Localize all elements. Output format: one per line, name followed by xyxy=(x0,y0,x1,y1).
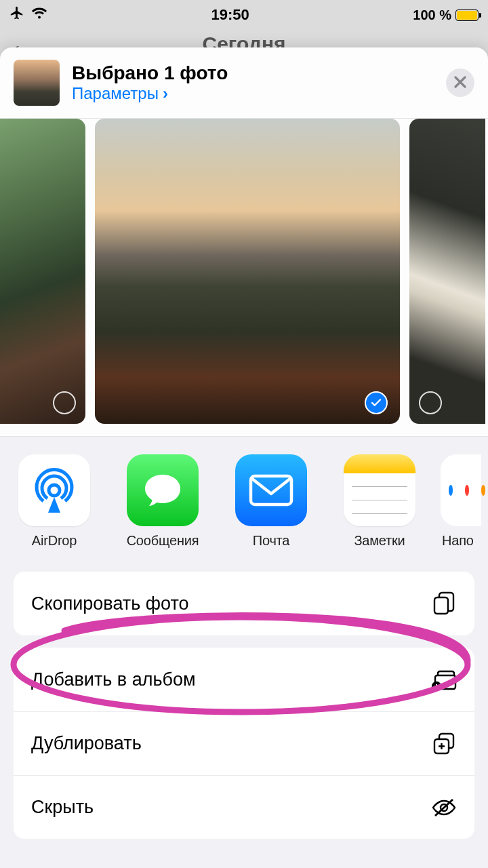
options-link-label: Параметры xyxy=(72,84,159,103)
svg-rect-2 xyxy=(434,597,448,614)
checkmark-icon xyxy=(370,397,382,409)
photo-thumb[interactable] xyxy=(0,119,85,424)
action-list: Скопировать фото Добавить в альбом Дубли… xyxy=(0,559,488,839)
share-target-label: AirDrop xyxy=(32,533,77,549)
battery-percent: 100 % xyxy=(413,7,451,23)
share-sheet-header: Выбрано 1 фото Параметры › xyxy=(0,47,488,119)
airdrop-icon xyxy=(18,454,90,526)
duplicate-icon xyxy=(431,731,457,757)
reminders-icon xyxy=(441,454,481,526)
share-sheet: Выбрано 1 фото Параметры › xyxy=(0,47,488,868)
copy-icon xyxy=(431,591,457,616)
album-add-icon xyxy=(431,667,457,692)
action-duplicate[interactable]: Дублировать xyxy=(14,711,474,775)
share-target-label: Сообщения xyxy=(127,533,199,549)
share-targets-row[interactable]: AirDrop Сообщения Почта Заметки xyxy=(0,437,488,559)
share-target-notes[interactable]: Заметки xyxy=(325,454,434,549)
selection-title: Выбрано 1 фото xyxy=(72,62,446,84)
action-label: Скрыть xyxy=(31,797,94,818)
action-label: Дублировать xyxy=(31,733,142,754)
selection-badge-unchecked[interactable] xyxy=(419,391,442,414)
action-group: Скопировать фото xyxy=(14,572,474,635)
action-add-to-album[interactable]: Добавить в альбом xyxy=(14,648,474,711)
action-copy-photo[interactable]: Скопировать фото xyxy=(14,572,474,635)
battery-icon xyxy=(455,9,479,21)
notes-icon xyxy=(344,454,415,526)
status-time: 19:50 xyxy=(211,6,249,24)
svg-rect-1 xyxy=(251,476,291,505)
messages-icon xyxy=(127,454,199,526)
hide-icon xyxy=(431,795,457,821)
share-target-label: Почта xyxy=(253,533,290,549)
share-target-label: Напо xyxy=(441,533,474,549)
photo-selection-strip[interactable] xyxy=(0,119,488,437)
action-hide[interactable]: Скрыть xyxy=(14,775,474,839)
share-target-mail[interactable]: Почта xyxy=(217,454,325,549)
photo-thumb[interactable] xyxy=(409,119,485,424)
photo-thumb[interactable] xyxy=(95,119,400,424)
mail-icon xyxy=(235,454,307,526)
airplane-mode-icon xyxy=(9,5,24,24)
share-target-messages[interactable]: Сообщения xyxy=(108,454,217,549)
action-group: Добавить в альбом Дублировать Скрыть xyxy=(14,648,474,839)
wifi-icon xyxy=(31,6,47,24)
selected-photo-thumbnail[interactable] xyxy=(14,60,60,106)
share-target-label: Заметки xyxy=(354,533,405,549)
action-label: Скопировать фото xyxy=(31,593,188,614)
svg-point-0 xyxy=(49,485,60,496)
selection-badge-checked[interactable] xyxy=(365,391,388,414)
chevron-right-icon: › xyxy=(163,84,168,103)
share-target-reminders[interactable]: Напо xyxy=(434,454,488,549)
status-bar: 19:50 100 % xyxy=(0,0,488,30)
options-link[interactable]: Параметры › xyxy=(72,84,446,103)
close-button[interactable] xyxy=(446,68,474,97)
action-label: Добавить в альбом xyxy=(31,669,196,690)
share-target-airdrop[interactable]: AirDrop xyxy=(0,454,108,549)
close-icon xyxy=(454,73,466,92)
selection-badge-unchecked[interactable] xyxy=(53,391,76,414)
